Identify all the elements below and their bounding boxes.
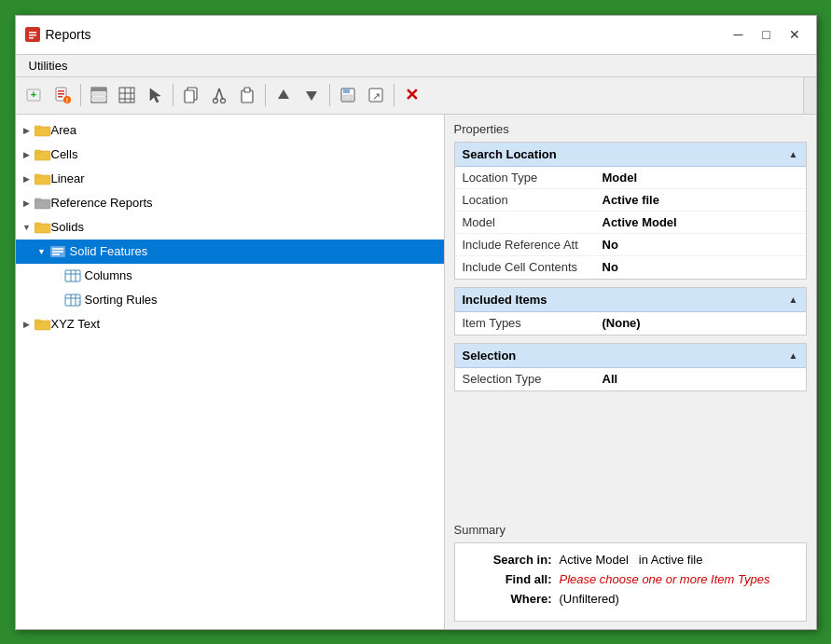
label-columns: Columns [85,268,132,282]
included-items-title: Included Items [463,293,547,307]
tree-item-sorting-rules[interactable]: ▶ ↕ Sorting Rules [16,288,444,312]
svg-rect-29 [244,88,250,92]
table-view-button[interactable] [114,82,140,108]
summary-title: Summary [454,523,807,537]
toolbar-scrollbar[interactable] [803,77,816,114]
svg-rect-16 [119,88,134,103]
toggle-solid-features[interactable]: ▼ [35,244,49,259]
label-model: Model [463,215,602,229]
included-items-chevron[interactable]: ▲ [789,295,798,305]
down-button[interactable] [298,82,325,108]
export-button[interactable]: ↗ [363,82,389,108]
separator-1 [80,84,81,106]
label-location: Location [463,193,602,207]
svg-text:↗: ↗ [371,90,380,102]
tree-item-area[interactable]: ▶ Area [16,118,444,143]
list-view-button[interactable] [86,82,112,108]
prop-selection-type: Selection Type All [455,368,806,391]
maximize-button[interactable]: □ [755,24,779,45]
prop-item-types: Item Types (None) [455,312,806,335]
svg-rect-48 [52,248,63,250]
title-bar-left: Reports [25,27,91,42]
svg-rect-44 [35,199,41,201]
cursor-button[interactable] [142,82,168,108]
summary-label-where: Where: [468,592,552,606]
window-title: Reports [46,27,91,42]
paste-button[interactable] [234,82,260,108]
up-button[interactable] [270,82,297,108]
included-items-section: Included Items ▲ Item Types (None) [454,287,807,336]
toggle-solids[interactable]: ▼ [20,220,35,235]
main-window: Reports ─ □ ✕ Utilities + ! [15,15,817,630]
folder-icon-cells [35,148,51,161]
svg-rect-14 [91,92,106,96]
window-controls: ─ □ ✕ [727,24,807,45]
svg-rect-40 [35,150,41,153]
svg-rect-50 [52,253,60,255]
included-items-header[interactable]: Included Items ▲ [455,288,806,312]
label-location-type: Location Type [463,171,602,185]
tree-panel: ▶ Area ▶ Cells ▶ [16,115,445,629]
toolbar: + ! [16,77,816,115]
menu-bar: Utilities [16,55,816,77]
prop-model: Model Active Model [455,212,806,234]
tree-item-solids[interactable]: ▼ Solids [16,215,444,240]
label-reference-reports: Reference Reports [51,196,153,210]
selection-header[interactable]: Selection ▲ [455,344,806,368]
summary-value-search-in: Active Model in Active file [560,553,703,567]
value-location-type: Model [602,171,638,185]
app-icon [25,27,40,42]
save-button[interactable] [335,82,361,108]
report-button[interactable]: ! [49,82,76,108]
add-button[interactable]: + [21,82,48,108]
svg-rect-46 [35,223,41,226]
delete-button[interactable]: ✕ [399,82,425,108]
search-location-title: Search Location [463,147,557,161]
label-xyz-text: XYZ Text [51,317,101,331]
svg-rect-49 [52,251,63,253]
columns-icon [64,269,81,282]
label-cells: Cells [51,147,78,161]
selection-chevron[interactable]: ▲ [789,350,798,361]
toggle-linear[interactable]: ▶ [20,171,35,186]
svg-rect-38 [35,126,41,129]
svg-marker-21 [150,89,160,103]
prop-location-type: Location Type Model [455,167,806,189]
value-item-types: (None) [602,316,641,330]
label-linear: Linear [51,171,85,185]
right-panel: Properties Search Location ▲ Location Ty… [445,115,816,629]
search-location-header[interactable]: Search Location ▲ [455,143,806,167]
tree-item-solid-features[interactable]: ▼ Solid Features [16,240,444,264]
prop-location: Location Active file [455,189,806,212]
summary-value-where: (Unfiltered) [560,592,619,606]
tree-item-reference-reports[interactable]: ▶ Reference Reports [16,191,444,215]
close-button[interactable]: ✕ [783,24,807,45]
svg-rect-51 [65,270,80,281]
svg-rect-3 [29,37,34,39]
svg-rect-23 [185,90,194,103]
toggle-cells[interactable]: ▶ [20,147,35,162]
label-solids: Solids [51,220,84,234]
label-area: Area [51,123,76,137]
tree-item-cells[interactable]: ▶ Cells [16,143,444,167]
utilities-menu[interactable]: Utilities [25,57,72,75]
minimize-button[interactable]: ─ [727,24,751,45]
folder-icon-solids [35,221,51,234]
svg-text:↕: ↕ [77,299,81,306]
tree-item-linear[interactable]: ▶ Linear [16,167,444,191]
tree-item-xyz-text[interactable]: ▶ XYZ Text [16,312,444,336]
search-location-chevron[interactable]: ▲ [789,149,798,159]
title-bar: Reports ─ □ ✕ [16,16,816,55]
label-selection-type: Selection Type [463,372,602,386]
folder-icon-area [35,124,51,137]
copy-button[interactable] [178,82,204,108]
cut-button[interactable] [206,82,232,108]
search-location-section: Search Location ▲ Location Type Model Lo… [454,142,807,280]
summary-row-search-in: Search in: Active Model in Active file [468,553,793,567]
toggle-reference-reports[interactable]: ▶ [20,196,35,211]
toggle-area[interactable]: ▶ [20,123,35,138]
report-icon-solid-features [49,245,66,258]
tree-item-columns[interactable]: ▶ Columns [16,264,444,288]
svg-rect-61 [35,320,41,322]
toggle-xyz-text[interactable]: ▶ [20,317,35,332]
